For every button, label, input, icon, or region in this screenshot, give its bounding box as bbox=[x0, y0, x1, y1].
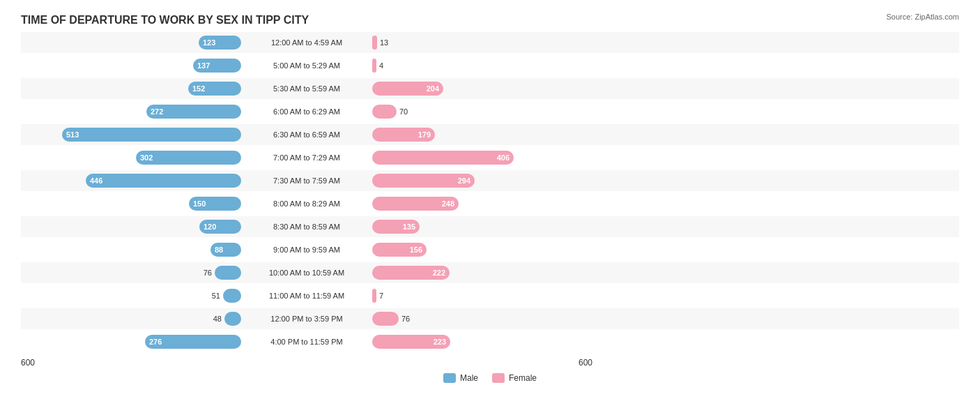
female-section: 76 bbox=[369, 312, 592, 326]
female-value-label: 4 bbox=[379, 61, 383, 70]
legend-female-label: Female bbox=[509, 373, 537, 383]
male-bar: 150 bbox=[189, 197, 241, 211]
male-bar: 446 bbox=[86, 174, 241, 188]
female-value-label: 204 bbox=[427, 84, 439, 93]
chart-row: 2726:00 AM to 6:29 AM70 bbox=[21, 101, 959, 122]
female-value-label: 294 bbox=[458, 176, 470, 185]
male-section: 513 bbox=[21, 128, 244, 142]
time-label: 6:30 AM to 6:59 AM bbox=[244, 130, 369, 139]
source-text: Source: ZipAtlas.com bbox=[886, 13, 959, 21]
time-label: 8:30 AM to 8:59 AM bbox=[244, 222, 369, 231]
male-value-label: 137 bbox=[197, 61, 210, 70]
chart-row: 2764:00 PM to 11:59 PM223 bbox=[21, 331, 959, 352]
female-value-label: 156 bbox=[410, 246, 422, 254]
male-value-label: 88 bbox=[215, 246, 223, 254]
female-bar: 222 bbox=[372, 266, 450, 280]
time-label: 5:00 AM to 5:29 AM bbox=[244, 61, 369, 70]
male-bar bbox=[223, 289, 241, 303]
chart-row: 7610:00 AM to 10:59 AM222 bbox=[21, 262, 959, 283]
female-value-label: 135 bbox=[403, 222, 415, 231]
female-bar: 204 bbox=[372, 82, 443, 96]
male-bar: 276 bbox=[145, 335, 241, 349]
legend-male-box bbox=[443, 373, 456, 383]
legend-male-label: Male bbox=[460, 373, 478, 383]
axis-row: 600 600 bbox=[21, 358, 959, 368]
axis-left: 600 bbox=[21, 358, 244, 368]
female-value-label: 179 bbox=[418, 130, 431, 139]
chart-row: 1508:00 AM to 8:29 AM248 bbox=[21, 193, 959, 214]
male-section: 76 bbox=[21, 266, 244, 280]
female-bar: 406 bbox=[372, 151, 514, 165]
legend: Male Female bbox=[21, 373, 959, 383]
male-value-label: 48 bbox=[213, 315, 222, 323]
female-bar bbox=[372, 36, 377, 50]
female-section: 223 bbox=[369, 335, 592, 349]
chart-row: 1208:30 AM to 8:59 AM135 bbox=[21, 216, 959, 237]
female-section: 222 bbox=[369, 266, 592, 280]
legend-female: Female bbox=[492, 373, 537, 383]
female-bar: 223 bbox=[372, 335, 450, 349]
chart-row: 5136:30 AM to 6:59 AM179 bbox=[21, 124, 959, 145]
male-section: 302 bbox=[21, 151, 244, 165]
female-bar bbox=[372, 312, 399, 326]
male-section: 123 bbox=[21, 36, 244, 50]
male-value-label: 276 bbox=[149, 338, 162, 346]
time-label: 7:00 AM to 7:29 AM bbox=[244, 153, 369, 162]
male-section: 88 bbox=[21, 243, 244, 257]
time-label: 5:30 AM to 5:59 AM bbox=[244, 84, 369, 93]
female-section: 13 bbox=[369, 36, 592, 50]
time-label: 12:00 PM to 3:59 PM bbox=[244, 315, 369, 323]
male-value-label: 150 bbox=[193, 199, 206, 208]
male-value-label: 152 bbox=[192, 84, 205, 93]
male-bar: 120 bbox=[199, 220, 241, 234]
time-label: 11:00 AM to 11:59 AM bbox=[244, 292, 369, 300]
time-label: 7:30 AM to 7:59 AM bbox=[244, 176, 369, 185]
time-label: 4:00 PM to 11:59 PM bbox=[244, 338, 369, 346]
female-value-label: 70 bbox=[399, 107, 408, 116]
chart-row: 1525:30 AM to 5:59 AM204 bbox=[21, 78, 959, 99]
female-value-label: 13 bbox=[380, 38, 388, 47]
male-section: 51 bbox=[21, 289, 244, 303]
female-value-label: 7 bbox=[379, 292, 383, 300]
male-section: 272 bbox=[21, 105, 244, 119]
chart-row: 4467:30 AM to 7:59 AM294 bbox=[21, 170, 959, 191]
female-section: 70 bbox=[369, 105, 592, 119]
female-bar: 179 bbox=[372, 128, 435, 142]
female-section: 406 bbox=[369, 151, 592, 165]
time-label: 10:00 AM to 10:59 AM bbox=[244, 269, 369, 277]
chart-row: 12312:00 AM to 4:59 AM13 bbox=[21, 32, 959, 53]
male-value-label: 513 bbox=[66, 130, 79, 139]
female-section: 7 bbox=[369, 289, 592, 303]
female-section: 4 bbox=[369, 59, 592, 73]
time-label: 6:00 AM to 6:29 AM bbox=[244, 107, 369, 116]
male-section: 276 bbox=[21, 335, 244, 349]
male-section: 137 bbox=[21, 59, 244, 73]
chart-area: 12312:00 AM to 4:59 AM131375:00 AM to 5:… bbox=[21, 32, 959, 352]
male-bar: 137 bbox=[193, 59, 241, 73]
male-value-label: 302 bbox=[140, 153, 153, 162]
female-bar bbox=[372, 59, 376, 73]
female-value-label: 223 bbox=[434, 338, 446, 346]
male-bar bbox=[224, 312, 241, 326]
male-value-label: 272 bbox=[151, 107, 163, 116]
female-bar: 135 bbox=[372, 220, 420, 234]
male-bar bbox=[215, 266, 241, 280]
female-section: 204 bbox=[369, 82, 592, 96]
chart-container: TIME OF DEPARTURE TO WORK BY SEX IN TIPP… bbox=[0, 0, 980, 415]
male-value-label: 51 bbox=[212, 292, 220, 300]
male-bar: 88 bbox=[210, 243, 241, 257]
male-bar: 513 bbox=[62, 128, 241, 142]
female-section: 294 bbox=[369, 174, 592, 188]
female-value-label: 248 bbox=[442, 199, 454, 208]
time-label: 12:00 AM to 4:59 AM bbox=[244, 38, 369, 47]
time-label: 8:00 AM to 8:29 AM bbox=[244, 199, 369, 208]
female-value-label: 406 bbox=[497, 153, 510, 162]
male-value-label: 446 bbox=[90, 176, 102, 185]
male-section: 446 bbox=[21, 174, 244, 188]
chart-row: 4812:00 PM to 3:59 PM76 bbox=[21, 308, 959, 329]
axis-right: 600 bbox=[369, 358, 592, 368]
female-section: 179 bbox=[369, 128, 592, 142]
male-bar: 272 bbox=[146, 105, 241, 119]
female-bar: 248 bbox=[372, 197, 459, 211]
female-value-label: 76 bbox=[401, 315, 410, 323]
